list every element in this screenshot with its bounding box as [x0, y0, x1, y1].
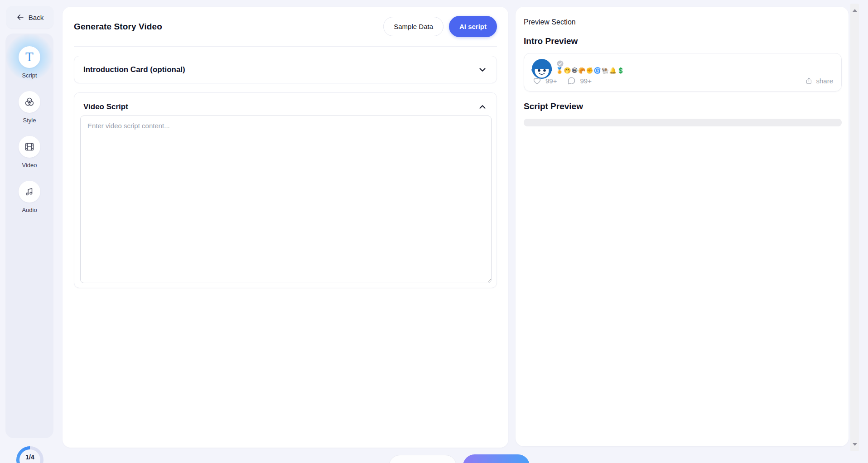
scroll-up-arrow-icon[interactable]	[853, 9, 857, 12]
sidebar-item-audio[interactable]: Audio	[19, 181, 40, 213]
music-note-icon	[19, 181, 40, 203]
script-preview-heading: Script Preview	[524, 101, 840, 111]
page-title: Generate Story Video	[74, 22, 162, 32]
sidebar: T Script Style Video Audio	[5, 34, 53, 438]
step-progress-text: 1/4	[19, 453, 40, 461]
back-button-label: Back	[29, 14, 43, 21]
header-actions: Sample Data AI script	[383, 16, 497, 37]
video-script-label: Video Script	[83, 102, 128, 111]
sidebar-item-label: Audio	[22, 207, 37, 213]
award-emoji-row: 🏅🤭😄🥐✊🌀🐏🔔💲	[556, 67, 625, 74]
intro-preview-card: 🏅🤭😄🥐✊🌀🐏🔔💲 99+ 99+ share	[524, 53, 842, 92]
style-icon	[19, 91, 40, 113]
comment-icon[interactable]	[567, 76, 576, 86]
share-label: share	[816, 77, 833, 85]
sidebar-item-style[interactable]: Style	[19, 91, 40, 124]
preview-panel: Preview Section Intro Preview 🏅🤭😄🥐✊🌀	[516, 7, 849, 446]
introduction-card-toggle[interactable]: Introduction Card (optional)	[74, 56, 497, 83]
introduction-card-section: Introduction Card (optional)	[74, 56, 497, 83]
sidebar-item-label: Script	[22, 72, 37, 79]
video-script-toggle[interactable]: Video Script	[74, 93, 497, 115]
footer-back-button[interactable]: Back	[389, 455, 457, 463]
video-script-section: Video Script	[74, 92, 497, 288]
arrow-left-icon	[16, 13, 24, 21]
share-button[interactable]: share	[805, 77, 833, 85]
intro-preview-heading: Intro Preview	[524, 36, 840, 46]
main-panel: Generate Story Video Sample Data AI scri…	[63, 7, 508, 448]
chevron-down-icon	[477, 65, 487, 75]
script-icon: T	[19, 46, 40, 68]
sidebar-item-video[interactable]: Video	[19, 136, 40, 169]
sample-data-label: Sample Data	[394, 23, 433, 30]
introduction-card-label: Introduction Card (optional)	[83, 65, 185, 74]
app-window: Back T Script Style Video Audio	[0, 0, 868, 463]
sidebar-item-script[interactable]: T Script	[19, 46, 40, 79]
sidebar-item-label: Video	[22, 162, 37, 169]
reaction-row: 99+ 99+	[532, 76, 598, 86]
text-t-glyph: T	[25, 51, 33, 63]
main-header: Generate Story Video Sample Data AI scri…	[74, 7, 497, 47]
vertical-scrollbar[interactable]	[850, 4, 859, 451]
step-progress-inner: 1/4	[19, 449, 40, 463]
sample-data-button[interactable]: Sample Data	[383, 17, 444, 36]
ai-script-button[interactable]: AI script	[449, 16, 497, 37]
share-icon	[805, 77, 813, 85]
ai-script-label: AI script	[459, 23, 487, 30]
back-button[interactable]: Back	[6, 6, 53, 29]
film-icon	[19, 136, 40, 158]
sidebar-item-label: Style	[23, 117, 36, 124]
verified-badge-icon	[557, 60, 564, 67]
video-script-input[interactable]	[80, 116, 492, 283]
comments-count: 99+	[580, 77, 591, 85]
chevron-up-icon	[477, 102, 487, 112]
step-progress-ring: 1/4	[16, 446, 43, 463]
script-preview-placeholder-bar	[524, 119, 842, 126]
likes-count: 99+	[545, 77, 557, 85]
scroll-down-arrow-icon[interactable]	[853, 443, 857, 446]
preview-section-title: Preview Section	[524, 18, 840, 26]
heart-icon[interactable]	[532, 76, 542, 86]
footer-next-button[interactable]: Next	[463, 454, 530, 463]
